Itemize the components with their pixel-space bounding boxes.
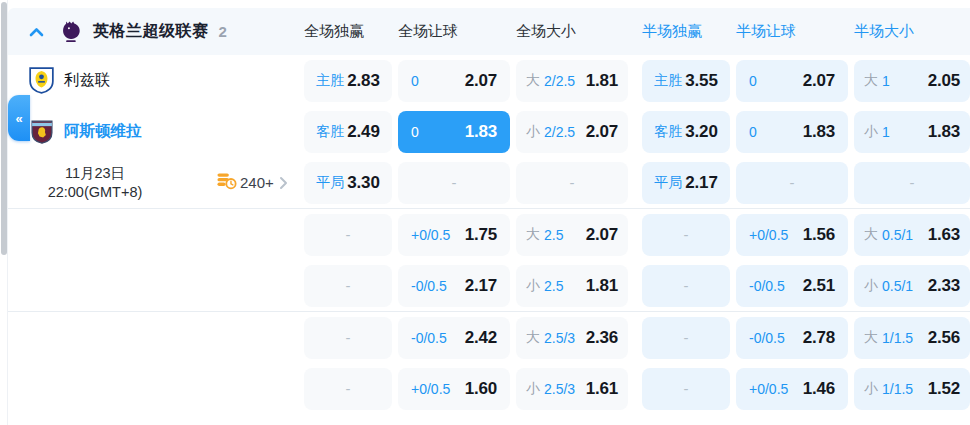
- odds-cell-ft-handicap[interactable]: -0/0.52.42: [398, 317, 510, 359]
- odds-row: -+0/0.51.60小2.5/31.61-+0/0.51.46小1/1.51.…: [304, 363, 970, 414]
- empty-info-col: [8, 312, 304, 414]
- league-header[interactable]: 英格兰超级联赛 2 全场独赢 全场让球 全场大小 半场独赢 半场让球 半场大小: [8, 8, 970, 55]
- match-main-section: 利兹联 阿斯顿维拉 11月23日 22:00(GMT: [8, 55, 970, 208]
- handicap-section-1: -+0/0.51.75大2.52.07-+0/0.51.56大0.5/11.63…: [8, 208, 970, 311]
- odds-cell-ht-ou[interactable]: 小0.5/12.33: [854, 265, 970, 307]
- ou-line: 1/1.5: [882, 381, 913, 397]
- odds-value: 2.49: [347, 122, 379, 142]
- home-team[interactable]: 利兹联: [8, 55, 304, 106]
- ou-line-group: 小1: [864, 123, 890, 141]
- odds-cell-ht-1x2[interactable]: 主胜3.55: [642, 60, 730, 102]
- column-header-ft-ou: 全场大小: [516, 22, 628, 41]
- odds-value: 1.83: [928, 122, 960, 142]
- match-date: 11月23日: [36, 164, 154, 183]
- coins-clock-icon: [216, 171, 237, 194]
- odds-value: 2.07: [465, 71, 497, 91]
- ou-line-group: 大2.5/3: [526, 329, 575, 347]
- over-under-label: 大: [526, 329, 540, 347]
- ou-line: 1: [882, 124, 890, 140]
- ou-line: 0.5/1: [882, 278, 913, 294]
- odds-cell-ht-handicap[interactable]: -0/0.52.51: [736, 265, 848, 307]
- home-team-name: 利兹联: [64, 70, 111, 91]
- column-header-ht-1x2: 半场独赢: [642, 22, 730, 41]
- match-datetime: 11月23日 22:00(GMT+8): [36, 164, 154, 202]
- chevron-up-icon[interactable]: [28, 25, 45, 39]
- away-team-name: 阿斯顿维拉: [64, 121, 142, 142]
- handicap-line: -0/0.5: [411, 330, 447, 346]
- odds-value: 2.51: [803, 276, 835, 296]
- scrollbar-thumb[interactable]: [1, 2, 7, 255]
- ou-line: 1/1.5: [882, 330, 913, 346]
- odds-rows-main: 主胜2.8302.07大2/2.51.81主胜3.5502.07大12.05客胜…: [304, 55, 970, 208]
- odds-cell-ft-ou[interactable]: 大2/2.51.81: [516, 60, 628, 102]
- odds-board: 英格兰超级联赛 2 全场独赢 全场让球 全场大小 半场独赢 半场让球 半场大小: [0, 0, 970, 425]
- more-markets-link[interactable]: 240+: [216, 171, 288, 194]
- over-under-label: 小: [864, 277, 878, 295]
- odds-value: 2.36: [586, 328, 618, 348]
- odds-cell-ft-ou[interactable]: 小2.51.81: [516, 265, 628, 307]
- odds-cell-ht-handicap[interactable]: 02.07: [736, 60, 848, 102]
- empty-cell-ht-1x2: -: [642, 265, 730, 307]
- empty-cell-ft-ou: -: [516, 162, 628, 204]
- odds-cell-ht-1x2[interactable]: 平局2.17: [642, 162, 730, 204]
- match-meta-row: 11月23日 22:00(GMT+8): [8, 157, 304, 208]
- over-under-label: 小: [864, 380, 878, 398]
- odds-value: 2.33: [928, 276, 960, 296]
- odds-cell-ft-1x2[interactable]: 平局3.30: [304, 162, 392, 204]
- empty-cell-ht-1x2: -: [642, 368, 730, 410]
- odds-cell-ht-1x2[interactable]: 客胜3.20: [642, 111, 730, 153]
- odds-cell-ht-ou[interactable]: 小11.83: [854, 111, 970, 153]
- odds-cell-ft-handicap[interactable]: +0/0.51.75: [398, 214, 510, 256]
- bet-type-label: 平局: [316, 174, 344, 192]
- odds-cell-ft-ou[interactable]: 大2.52.07: [516, 214, 628, 256]
- empty-cell-ht-handicap: -: [736, 162, 848, 204]
- over-under-label: 大: [526, 72, 540, 90]
- away-team[interactable]: 阿斯顿维拉: [8, 106, 304, 157]
- odds-cell-ht-handicap[interactable]: 01.83: [736, 111, 848, 153]
- ou-line-group: 小2/2.5: [526, 123, 575, 141]
- odds-value: 2.07: [803, 71, 835, 91]
- odds-cell-ft-1x2[interactable]: 主胜2.83: [304, 60, 392, 102]
- odds-cell-ft-handicap[interactable]: +0/0.51.60: [398, 368, 510, 410]
- odds-rows-alt-1: -+0/0.51.75大2.52.07-+0/0.51.56大0.5/11.63…: [304, 209, 970, 311]
- odds-cell-ht-ou[interactable]: 小1/1.51.52: [854, 368, 970, 410]
- chevron-right-icon: [279, 176, 288, 190]
- odds-cell-ht-handicap[interactable]: +0/0.51.46: [736, 368, 848, 410]
- bet-type-label: 主胜: [316, 72, 344, 90]
- over-under-label: 大: [526, 226, 540, 244]
- odds-value: 1.75: [465, 225, 497, 245]
- handicap-line: +0/0.5: [411, 227, 450, 243]
- ou-line-group: 小2.5: [526, 277, 563, 295]
- odds-value: 1.81: [586, 71, 618, 91]
- odds-cell-ht-ou[interactable]: 大12.05: [854, 60, 970, 102]
- odds-value: 2.78: [803, 328, 835, 348]
- odds-cell-ht-ou[interactable]: 大1/1.52.56: [854, 317, 970, 359]
- ou-line-group: 大1/1.5: [864, 329, 913, 347]
- empty-cell-ft-1x2: -: [304, 368, 392, 410]
- match-time: 22:00(GMT+8): [36, 183, 154, 202]
- odds-cell-ft-handicap[interactable]: 02.07: [398, 60, 510, 102]
- odds-value: 2.56: [928, 328, 960, 348]
- odds-cell-ft-handicap[interactable]: 01.83: [398, 111, 510, 153]
- ou-line-group: 小1/1.5: [864, 380, 913, 398]
- bet-type-label: 平局: [654, 174, 682, 192]
- scrollbar-track[interactable]: [0, 0, 8, 425]
- ou-line-group: 小0.5/1: [864, 277, 913, 295]
- odds-cell-ft-handicap[interactable]: -0/0.52.17: [398, 265, 510, 307]
- empty-cell-ft-1x2: -: [304, 265, 392, 307]
- odds-cell-ft-1x2[interactable]: 客胜2.49: [304, 111, 392, 153]
- odds-cell-ht-ou[interactable]: 大0.5/11.63: [854, 214, 970, 256]
- sidebar-collapse-tab[interactable]: «: [8, 95, 30, 141]
- odds-cell-ft-ou[interactable]: 大2.5/32.36: [516, 317, 628, 359]
- odds-cell-ft-ou[interactable]: 小2.5/31.61: [516, 368, 628, 410]
- over-under-label: 大: [864, 226, 878, 244]
- odds-cell-ht-handicap[interactable]: -0/0.52.78: [736, 317, 848, 359]
- handicap-line: -0/0.5: [411, 278, 447, 294]
- ou-line: 2.5: [544, 278, 563, 294]
- odds-cell-ft-ou[interactable]: 小2/2.52.07: [516, 111, 628, 153]
- ou-line-group: 大2.5: [526, 226, 563, 244]
- ou-line: 0.5/1: [882, 227, 913, 243]
- odds-cell-ht-handicap[interactable]: +0/0.51.56: [736, 214, 848, 256]
- handicap-line: 0: [749, 124, 757, 140]
- handicap-line: 0: [411, 73, 419, 89]
